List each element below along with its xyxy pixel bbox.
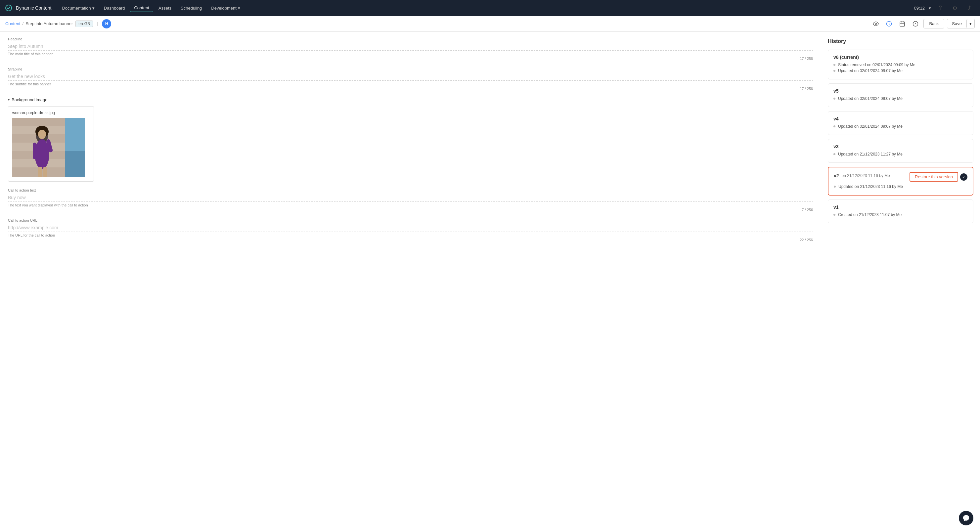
image-filename: woman-purple-dress.jpg — [12, 110, 90, 115]
app-logo[interactable] — [5, 5, 12, 11]
back-button[interactable]: Back — [923, 19, 944, 29]
preview-icon[interactable] — [870, 19, 881, 29]
version-item: Status removed on 02/01/2024 09:09 by Me — [834, 62, 968, 67]
strapline-input[interactable] — [8, 72, 813, 81]
svg-rect-18 — [65, 118, 85, 151]
settings-icon[interactable]: ⚙ — [950, 3, 960, 13]
strapline-hint: The subtitle for this banner — [8, 82, 813, 86]
version-card-v6: v6 (current) Status removed on 02/01/202… — [828, 49, 974, 80]
cta-url-label: Call to action URL — [8, 218, 813, 222]
svg-point-1 — [875, 23, 877, 24]
save-button-group: Save ▾ — [947, 19, 975, 29]
version-card-v1: v1 Created on 21/12/2023 11:07 by Me — [828, 199, 974, 223]
version-item: Updated on 21/12/2023 11:16 by Me — [834, 184, 967, 189]
language-badge[interactable]: en-GB — [75, 21, 93, 27]
svg-rect-24 — [33, 143, 37, 159]
version-label-v1: v1 — [834, 204, 968, 210]
headline-input[interactable] — [8, 42, 813, 51]
bullet-icon — [834, 97, 835, 100]
version-item: Updated on 02/01/2024 09:07 by Me — [834, 96, 968, 101]
content-editor: Headline The main title of this banner 1… — [0, 32, 821, 532]
version-card-v4: v4 Updated on 02/01/2024 09:07 by Me — [828, 111, 974, 135]
breadcrumb-root[interactable]: Content — [5, 21, 21, 26]
strapline-label: Strapline — [8, 67, 813, 71]
divider-line: | — [97, 21, 98, 26]
help-icon[interactable]: ? — [935, 3, 946, 13]
cta-text-count: 7 / 256 — [8, 208, 813, 212]
clock-display: 09:12 — [914, 6, 925, 11]
header-actions: Back Save ▾ — [870, 19, 975, 29]
cta-text-label: Call to action text — [8, 188, 813, 192]
restore-version-button[interactable]: Restore this version — [910, 172, 958, 182]
breadcrumb-separator: / — [22, 21, 24, 26]
schedule-icon[interactable] — [897, 19, 908, 29]
bullet-icon — [834, 153, 835, 155]
version-label-v2: v2 on 21/12/2023 11:16 by Me — [834, 173, 890, 178]
svg-rect-19 — [65, 151, 85, 177]
chat-button[interactable] — [959, 511, 974, 526]
svg-rect-11 — [12, 118, 65, 126]
bullet-icon — [834, 64, 835, 66]
version-v2-header: v2 on 21/12/2023 11:16 by Me Restore thi… — [834, 172, 967, 182]
sub-header: Content / Step into Autumn banner en-GB … — [0, 16, 980, 32]
version-card-v3: v3 Updated on 21/12/2023 11:27 by Me — [828, 139, 974, 163]
history-icon[interactable] — [884, 19, 894, 29]
svg-point-0 — [6, 5, 11, 11]
background-image-section: ▾ Background image woman-purple-dress.jp… — [8, 97, 813, 182]
cta-text-input[interactable] — [8, 194, 813, 202]
headline-hint: The main title of this banner — [8, 52, 813, 56]
history-title: History — [828, 38, 974, 44]
version-label-v3: v3 — [834, 144, 968, 149]
bullet-icon — [834, 214, 835, 216]
version-item: Updated on 21/12/2023 11:27 by Me — [834, 152, 968, 156]
restore-action: Restore this version ✓ — [910, 172, 967, 182]
nav-documentation[interactable]: Documentation ▾ — [58, 4, 98, 12]
nav-dashboard[interactable]: Dashboard — [100, 4, 129, 12]
cta-text-field-group: Call to action text The text you want di… — [8, 188, 813, 212]
save-dropdown-button[interactable]: ▾ — [966, 19, 974, 28]
nav-development[interactable]: Development ▾ — [207, 4, 244, 12]
top-nav: Dynamic Content Documentation ▾ Dashboar… — [0, 0, 980, 16]
background-image-toggle[interactable]: ▾ Background image — [8, 97, 813, 102]
chevron-down-icon: ▾ — [238, 6, 240, 11]
cta-url-count: 22 / 256 — [8, 238, 813, 242]
image-card[interactable]: woman-purple-dress.jpg — [8, 106, 94, 182]
nav-scheduling[interactable]: Scheduling — [177, 4, 206, 12]
chevron-down-icon: ▾ — [8, 98, 10, 102]
version-item: Updated on 02/01/2024 09:07 by Me — [834, 68, 968, 73]
chevron-down-icon[interactable]: ▾ — [929, 6, 931, 11]
avatar[interactable]: H — [102, 19, 111, 29]
cta-text-hint: The text you want displayed with the cal… — [8, 203, 813, 207]
headline-label: Headline — [8, 37, 813, 41]
version-label-v5: v5 — [834, 88, 968, 94]
bullet-icon — [834, 70, 835, 72]
bullet-icon — [834, 126, 835, 127]
history-panel: History v6 (current) Status removed on 0… — [821, 32, 980, 532]
version-meta-v2: on 21/12/2023 11:16 by Me — [842, 174, 890, 178]
headline-field-group: Headline The main title of this banner 1… — [8, 37, 813, 61]
version-card-v2: v2 on 21/12/2023 11:16 by Me Restore thi… — [828, 167, 974, 196]
save-button[interactable]: Save — [947, 19, 966, 28]
section-label: Background image — [11, 97, 47, 102]
chevron-down-icon: ▾ — [92, 6, 95, 11]
svg-rect-27 — [43, 167, 47, 177]
breadcrumb-current: Step into Autumn banner — [25, 21, 73, 26]
bullet-icon — [834, 186, 836, 188]
svg-rect-26 — [38, 167, 42, 177]
nav-content[interactable]: Content — [130, 4, 153, 12]
svg-rect-3 — [900, 22, 905, 27]
cta-url-hint: The URL for the call to action — [8, 233, 813, 237]
version-label-v6: v6 (current) — [834, 54, 968, 60]
external-link-icon[interactable]: ⤴ — [964, 3, 975, 13]
nav-assets[interactable]: Assets — [154, 4, 175, 12]
image-preview — [12, 118, 85, 177]
cta-url-input[interactable] — [8, 224, 813, 232]
main-layout: Headline The main title of this banner 1… — [0, 32, 980, 532]
app-name: Dynamic Content — [16, 5, 51, 11]
restore-check-icon: ✓ — [960, 174, 967, 181]
version-item: Updated on 02/01/2024 09:07 by Me — [834, 124, 968, 129]
strapline-field-group: Strapline The subtitle for this banner 1… — [8, 67, 813, 91]
info-icon[interactable] — [910, 19, 921, 29]
svg-point-22 — [38, 130, 46, 139]
breadcrumb: Content / Step into Autumn banner — [5, 21, 73, 26]
